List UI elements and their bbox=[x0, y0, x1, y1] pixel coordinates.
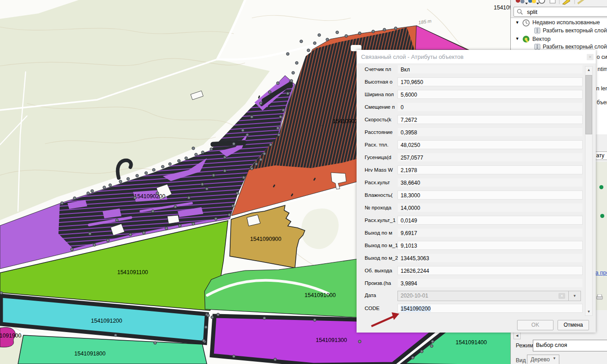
svg-text:1541091900: 1541091900 bbox=[0, 333, 22, 339]
svg-text:1541091200: 1541091200 bbox=[91, 318, 122, 324]
svg-text:1541091800: 1541091800 bbox=[74, 351, 106, 357]
svg-text:1541091400: 1541091400 bbox=[455, 339, 487, 346]
svg-text:1541091100: 1541091100 bbox=[117, 269, 148, 275]
svg-text:1541091000: 1541091000 bbox=[304, 292, 336, 298]
svg-text:1541091300: 1541091300 bbox=[316, 337, 347, 343]
svg-text:1541090200: 1541090200 bbox=[134, 193, 165, 200]
svg-text:1541090100: 1541090100 bbox=[494, 4, 510, 11]
svg-text:1541090900: 1541090900 bbox=[250, 236, 281, 242]
